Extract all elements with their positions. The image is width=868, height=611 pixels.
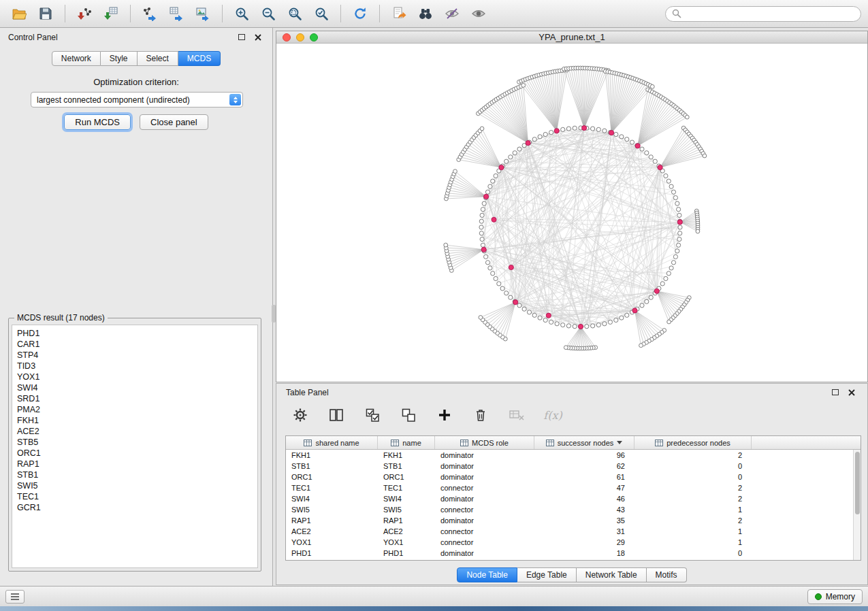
open-file-button[interactable] — [7, 3, 31, 24]
cell-predecessor-nodes[interactable]: 1 — [634, 526, 752, 537]
cell-filler[interactable] — [752, 450, 853, 461]
column-header-mcds-role[interactable]: MCDS role — [435, 436, 534, 449]
cell-shared-name[interactable]: ORC1 — [286, 472, 378, 482]
cell-mcds-role[interactable]: dominator — [435, 493, 534, 504]
show-graphics-details-button[interactable] — [466, 3, 491, 24]
mcds-result-item[interactable]: YOX1 — [17, 371, 257, 382]
column-header-name[interactable]: name — [378, 436, 435, 449]
cell-name[interactable]: SWI4 — [378, 493, 435, 504]
table-row[interactable]: STB1STB1dominator620 — [286, 461, 853, 472]
mcds-result-item[interactable]: CAR1 — [17, 339, 257, 350]
cell-mcds-role[interactable]: dominator — [435, 472, 534, 482]
import-network-button[interactable] — [72, 3, 97, 24]
cell-filler[interactable] — [752, 548, 853, 559]
mcds-result-item[interactable]: TEC1 — [17, 491, 257, 502]
mcds-result-item[interactable]: PHD1 — [17, 328, 257, 339]
tab-node-table[interactable]: Node Table — [457, 567, 517, 582]
export-network-button[interactable] — [138, 3, 162, 24]
cell-successor-nodes[interactable]: 43 — [534, 504, 634, 515]
cell-predecessor-nodes[interactable]: 2 — [634, 450, 752, 461]
cell-mcds-role[interactable]: connector — [435, 526, 534, 537]
table-settings-button[interactable] — [291, 406, 309, 424]
cell-name[interactable]: STB1 — [378, 461, 435, 472]
cell-filler[interactable] — [752, 526, 853, 537]
scrollbar-thumb[interactable] — [855, 452, 860, 514]
table-row[interactable]: RAP1RAP1dominator352 — [286, 515, 853, 526]
tab-network[interactable]: Network — [52, 51, 101, 66]
cell-successor-nodes[interactable]: 61 — [534, 472, 634, 482]
mcds-result-item[interactable]: SRD1 — [17, 393, 257, 404]
cell-filler[interactable] — [752, 537, 853, 548]
mcds-result-item[interactable]: RAP1 — [17, 459, 257, 469]
cell-shared-name[interactable]: SWI4 — [286, 493, 378, 504]
cell-name[interactable]: ACE2 — [378, 526, 435, 537]
mcds-result-item[interactable]: STB1 — [17, 469, 257, 480]
close-mcds-panel-button[interactable]: Close panel — [140, 114, 208, 130]
column-header-shared-name[interactable]: shared name — [286, 436, 378, 449]
zoom-fit-button[interactable] — [283, 3, 307, 24]
cell-name[interactable]: TEC1 — [378, 482, 435, 493]
cell-name[interactable]: FKH1 — [378, 450, 435, 461]
mcds-result-item[interactable]: GCR1 — [17, 502, 257, 513]
export-table-button[interactable] — [164, 3, 189, 24]
mcds-result-item[interactable]: SWI4 — [17, 382, 257, 393]
apply-function-button[interactable]: f(x) — [544, 406, 562, 424]
cell-mcds-role[interactable]: connector — [435, 482, 534, 493]
zoom-out-button[interactable] — [256, 3, 280, 24]
tab-select[interactable]: Select — [138, 51, 178, 66]
export-image-button[interactable] — [191, 3, 215, 24]
table-row[interactable]: FKH1FKH1dominator962 — [286, 450, 853, 461]
cell-mcds-role[interactable]: dominator — [435, 515, 534, 526]
close-panel-button[interactable] — [252, 32, 264, 43]
close-table-panel-button[interactable] — [846, 387, 858, 398]
mcds-result-item[interactable]: TID3 — [17, 361, 257, 371]
cell-mcds-role[interactable]: connector — [435, 504, 534, 515]
mcds-result-item[interactable]: ACE2 — [17, 426, 257, 437]
deselect-all-button[interactable] — [400, 406, 417, 424]
column-layout-button[interactable] — [327, 406, 345, 424]
table-row[interactable]: ACE2ACE2connector311 — [286, 526, 853, 537]
select-all-button[interactable] — [364, 406, 381, 424]
cell-successor-nodes[interactable]: 62 — [534, 461, 634, 472]
cell-shared-name[interactable]: PHD1 — [286, 548, 378, 559]
cell-shared-name[interactable]: ACE2 — [286, 526, 378, 537]
cell-successor-nodes[interactable]: 47 — [534, 482, 634, 493]
cell-filler[interactable] — [752, 482, 853, 493]
clear-values-button[interactable] — [508, 406, 526, 424]
cell-mcds-role[interactable]: dominator — [435, 450, 534, 461]
cell-predecessor-nodes[interactable]: 2 — [634, 493, 752, 504]
cell-name[interactable]: RAP1 — [378, 515, 435, 526]
cell-filler[interactable] — [752, 472, 853, 482]
cell-predecessor-nodes[interactable]: 1 — [634, 504, 752, 515]
mcds-result-item[interactable]: STB5 — [17, 437, 257, 448]
tab-motifs[interactable]: Motifs — [647, 567, 687, 582]
cell-successor-nodes[interactable]: 96 — [534, 450, 634, 461]
search-box[interactable] — [665, 6, 861, 22]
column-header-successor-nodes[interactable]: successor nodes — [534, 436, 634, 449]
float-table-panel-button[interactable] — [829, 387, 841, 398]
save-session-button[interactable] — [33, 3, 58, 24]
table-row[interactable]: SWI4SWI4dominator462 — [286, 493, 853, 504]
cell-name[interactable]: PHD1 — [378, 548, 435, 559]
cell-filler[interactable] — [752, 461, 853, 472]
zoom-selected-button[interactable] — [309, 3, 334, 24]
cell-successor-nodes[interactable]: 29 — [534, 537, 634, 548]
cell-successor-nodes[interactable]: 46 — [534, 493, 634, 504]
cell-mcds-role[interactable]: connector — [435, 537, 534, 548]
mcds-result-item[interactable]: STP4 — [17, 350, 257, 361]
refresh-button[interactable] — [348, 3, 372, 24]
network-canvas[interactable] — [276, 44, 867, 382]
search-network-button[interactable] — [413, 3, 438, 24]
tab-mcds[interactable]: MCDS — [178, 51, 221, 66]
criterion-select[interactable]: largest connected component (undirected) — [31, 92, 243, 108]
memory-button[interactable]: Memory — [807, 589, 863, 604]
cell-name[interactable]: YOX1 — [378, 537, 435, 548]
table-row[interactable]: YOX1YOX1connector291 — [286, 537, 853, 548]
delete-entry-button[interactable] — [472, 406, 489, 424]
table-row[interactable]: ORC1ORC1dominator610 — [286, 472, 853, 482]
network-window-titlebar[interactable]: YPA_prune.txt_1 — [276, 31, 867, 44]
run-mcds-button[interactable]: Run MCDS — [64, 114, 131, 130]
cell-successor-nodes[interactable]: 18 — [534, 548, 634, 559]
tab-network-table[interactable]: Network Table — [577, 567, 647, 582]
cell-filler[interactable] — [752, 504, 853, 515]
